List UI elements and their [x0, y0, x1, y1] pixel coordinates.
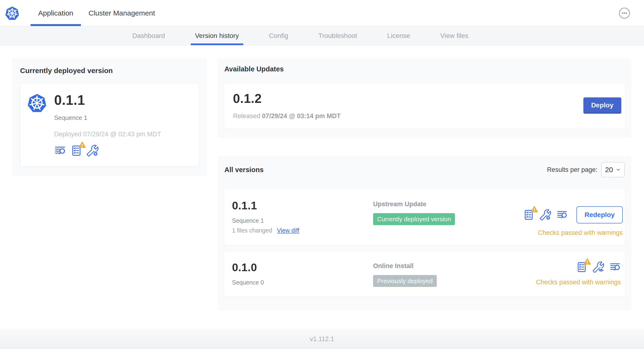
kubernetes-app-icon — [27, 92, 47, 113]
deploy-button[interactable]: Deploy — [583, 98, 621, 114]
current-deployed-timestamp: Deployed 07/29/24 @ 02:43 pm MDT — [54, 130, 161, 138]
preflight-results-button[interactable] — [523, 209, 534, 220]
subnav-version-history[interactable]: Version history — [195, 26, 239, 45]
subnav-view-files[interactable]: View files — [440, 26, 468, 45]
ellipsis-icon — [619, 8, 630, 19]
status-badge-currently-deployed: Currently deployed version — [373, 213, 455, 225]
available-updates-title: Available Updates — [224, 65, 625, 73]
tab-application[interactable]: Application — [30, 0, 81, 26]
deploy-logs-button[interactable] — [54, 145, 66, 156]
row-version-number: 0.1.0 — [232, 261, 373, 274]
row-version-number: 0.1.1 — [232, 199, 373, 212]
preflight-results-button[interactable] — [70, 145, 82, 156]
currently-deployed-panel: Currently deployed version 0.1.1 Sequenc… — [12, 58, 207, 176]
update-version-number: 0.1.2 — [233, 91, 340, 106]
overflow-menu-button[interactable] — [619, 8, 630, 19]
deploy-logs-button[interactable] — [610, 262, 621, 273]
released-label: Released — [233, 112, 260, 120]
view-config-icon — [593, 262, 604, 273]
row-sequence: Sequence 0 — [232, 279, 373, 286]
warning-triangle-icon — [584, 258, 591, 266]
main-content: Currently deployed version 0.1.1 Sequenc… — [0, 45, 644, 329]
subnav-troubleshoot[interactable]: Troubleshoot — [318, 26, 357, 45]
current-version-number: 0.1.1 — [54, 92, 161, 108]
view-config-button[interactable] — [593, 262, 604, 273]
subnav-config[interactable]: Config — [269, 26, 288, 45]
deploy-logs-icon — [556, 209, 568, 220]
all-versions-panel: All versions Results per page: 20 0.1.1 … — [218, 156, 631, 310]
tab-cluster-management[interactable]: Cluster Management — [81, 0, 162, 26]
preflight-status-text: Checks passed with warnings — [536, 278, 621, 286]
subnav-dashboard[interactable]: Dashboard — [132, 26, 165, 45]
status-badge-previously-deployed: Previously deployed — [373, 275, 437, 287]
results-per-page-label: Results per page: — [547, 166, 598, 174]
available-updates-panel: Available Updates 0.1.2 Released 07/29/2… — [218, 58, 631, 138]
deploy-logs-icon — [54, 145, 66, 156]
current-sequence: Sequence 1 — [54, 114, 161, 122]
results-per-page-select[interactable]: 20 — [601, 162, 625, 177]
version-row-0-1-0: 0.1.0 Sequence 0 Online Install Previous… — [224, 252, 625, 296]
app-logo — [5, 0, 20, 26]
edit-config-button[interactable] — [540, 209, 551, 220]
console-version: v1.112.1 — [310, 336, 334, 343]
deploy-logs-icon — [610, 262, 621, 273]
row-source-label: Upstream Update — [373, 200, 523, 208]
row-source-label: Online Install — [373, 262, 536, 270]
version-row-0-1-1: 0.1.1 Sequence 1 1 files changed View di… — [224, 189, 625, 245]
preflight-status-text: Checks passed with warnings — [538, 229, 623, 236]
app-footer: v1.112.1 — [0, 329, 644, 349]
edit-config-button[interactable] — [87, 145, 98, 156]
currently-deployed-card: 0.1.1 Sequence 1 Deployed 07/29/24 @ 02:… — [20, 83, 199, 166]
currently-deployed-title: Currently deployed version — [20, 66, 199, 75]
all-versions-title: All versions — [224, 166, 264, 174]
results-per-page-value: 20 — [605, 166, 613, 174]
app-subnav: Dashboard Version history Config Trouble… — [0, 26, 644, 45]
deploy-logs-button[interactable] — [556, 209, 568, 220]
warning-triangle-icon — [530, 206, 538, 213]
released-date: 07/29/24 @ 03:14 pm MDT — [262, 112, 340, 120]
available-update-card: 0.1.2 Released 07/29/24 @ 03:14 pm MDT D… — [224, 84, 625, 128]
chevron-down-icon — [616, 167, 621, 172]
redeploy-button[interactable]: Redeploy — [576, 206, 623, 224]
top-navbar: Application Cluster Management — [0, 0, 644, 26]
row-sequence: Sequence 1 — [232, 217, 373, 224]
subnav-license[interactable]: License — [387, 26, 410, 45]
preflight-results-button[interactable] — [576, 262, 588, 273]
view-diff-link[interactable]: View diff — [277, 227, 299, 234]
kubernetes-logo-icon — [5, 6, 20, 21]
update-released-timestamp: Released 07/29/24 @ 03:14 pm MDT — [233, 112, 340, 120]
edit-config-icon — [540, 209, 551, 220]
files-changed-label: 1 files changed — [232, 227, 272, 234]
edit-config-icon — [87, 145, 98, 156]
warning-triangle-icon — [78, 141, 86, 149]
top-tabs: Application Cluster Management — [30, 0, 162, 26]
